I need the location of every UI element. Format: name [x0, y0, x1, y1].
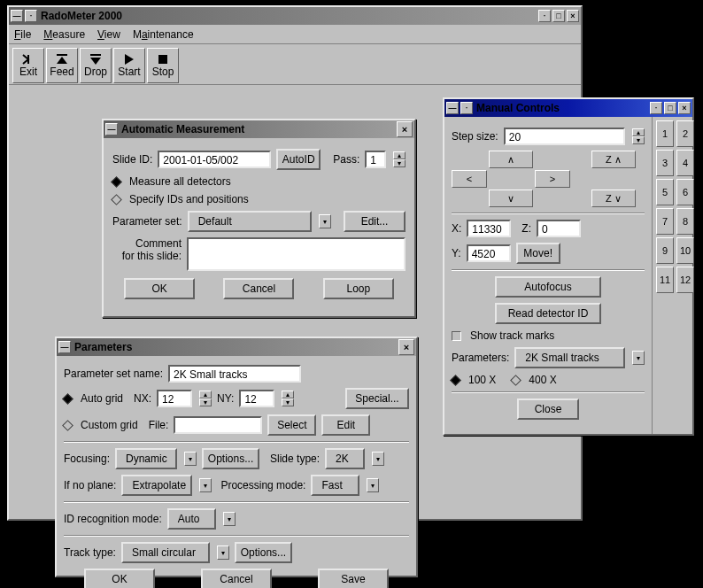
cancel-button[interactable]: Cancel [223, 278, 294, 299]
exit-button[interactable]: Exit [12, 48, 44, 83]
detector-cell-1[interactable]: 1 [656, 120, 674, 147]
chevron-down-icon[interactable]: ▾ [367, 478, 379, 492]
nx-down-icon[interactable]: ▾ [199, 398, 212, 406]
ok-button[interactable]: OK [124, 278, 195, 299]
ny-down-icon[interactable]: ▾ [282, 398, 294, 406]
loop-button[interactable]: Loop [323, 278, 394, 299]
ny-up-icon[interactable]: ▴ [282, 391, 294, 398]
main-titlebar[interactable]: — · RadoMeter 2000 · □ × [9, 7, 581, 25]
params-dropdown[interactable]: 2K Small tracks [514, 347, 625, 368]
drop-button[interactable]: Drop [80, 48, 112, 83]
detector-cell-7[interactable]: 7 [656, 208, 674, 235]
nx-up-icon[interactable]: ▴ [199, 391, 212, 398]
z-input[interactable]: 0 [537, 220, 581, 237]
window-menu-icon[interactable]: — [446, 102, 459, 114]
ny-input[interactable]: 12 [239, 390, 274, 407]
chevron-down-icon[interactable]: ▾ [199, 478, 212, 492]
edit-button[interactable]: Edit [321, 414, 370, 436]
feed-button[interactable]: Feed [46, 48, 78, 83]
nav-zdown-button[interactable]: Z ∨ [591, 190, 636, 207]
measure-all-radio[interactable]: Measure all detectors [112, 175, 406, 188]
nav-down-button[interactable]: ∨ [489, 190, 533, 207]
window-menu-icon[interactable]: — [58, 341, 71, 353]
restore-icon[interactable]: · [538, 10, 551, 22]
minimize-icon[interactable]: · [25, 10, 37, 22]
pass-down-icon[interactable]: ▾ [393, 159, 406, 167]
if-no-plane-dropdown[interactable]: Extrapolate [121, 475, 192, 496]
chevron-down-icon[interactable]: ▾ [319, 214, 331, 228]
window-menu-icon[interactable]: — [105, 123, 118, 135]
auto-titlebar[interactable]: — Automatic Measurement × [104, 120, 414, 138]
auto-grid-radio[interactable] [62, 393, 73, 405]
special-button[interactable]: Special... [345, 388, 409, 409]
detector-cell-10[interactable]: 10 [676, 237, 694, 264]
select-button[interactable]: Select [267, 414, 316, 436]
x-input[interactable]: 11330 [467, 220, 511, 237]
chevron-down-icon[interactable]: ▾ [223, 512, 236, 526]
detector-cell-4[interactable]: 4 [676, 150, 694, 176]
menu-view[interactable]: View [97, 28, 120, 41]
comment-input[interactable] [187, 237, 406, 271]
detector-cell-2[interactable]: 2 [676, 120, 694, 147]
move-button[interactable]: Move! [516, 243, 560, 264]
slide-type-dropdown[interactable]: 2K [325, 448, 365, 469]
track-type-dropdown[interactable]: Small circular [121, 542, 210, 563]
cancel-button[interactable]: Cancel [201, 569, 272, 588]
chevron-down-icon[interactable]: ▾ [372, 452, 384, 466]
custom-grid-radio[interactable] [62, 420, 73, 431]
menu-measure[interactable]: Measure [43, 28, 85, 41]
detector-cell-9[interactable]: 9 [656, 237, 674, 264]
maximize-icon[interactable]: □ [552, 10, 565, 22]
chevron-down-icon[interactable]: ▾ [632, 351, 645, 365]
ok-button[interactable]: OK [84, 569, 155, 588]
window-menu-icon[interactable]: — [11, 10, 23, 22]
stop-button[interactable]: Stop [147, 48, 179, 83]
pass-up-icon[interactable]: ▴ [393, 151, 406, 159]
menu-file[interactable]: File [14, 28, 31, 41]
close-icon[interactable]: × [678, 102, 691, 114]
manual-titlebar[interactable]: —· Manual Controls · □ × [444, 99, 692, 117]
options-button[interactable]: Options... [202, 448, 259, 469]
y-input[interactable]: 4520 [467, 244, 511, 262]
autoid-button[interactable]: AutoID [276, 149, 321, 170]
detector-cell-6[interactable]: 6 [676, 179, 694, 205]
nx-input[interactable]: 12 [157, 390, 192, 407]
save-button[interactable]: Save [318, 569, 389, 588]
restore-icon[interactable]: · [650, 102, 662, 114]
detector-cell-11[interactable]: 11 [656, 267, 674, 293]
close-icon[interactable]: × [397, 121, 413, 137]
step-input[interactable]: 20 [504, 128, 625, 145]
close-icon[interactable]: × [398, 339, 414, 355]
nav-left-button[interactable]: < [452, 170, 487, 188]
detector-cell-5[interactable]: 5 [656, 179, 674, 205]
start-button[interactable]: Start [113, 48, 145, 83]
focusing-dropdown[interactable]: Dynamic [115, 448, 177, 469]
slide-id-input[interactable]: 2001-01-05/002 [158, 151, 271, 168]
track-options-button[interactable]: Options... [235, 542, 292, 563]
mag400-radio[interactable] [510, 375, 521, 386]
menu-maintenance[interactable]: Maintenance [133, 28, 194, 41]
nav-up-button[interactable]: ∧ [489, 151, 533, 168]
maximize-icon[interactable]: □ [664, 102, 676, 114]
detector-cell-8[interactable]: 8 [676, 208, 694, 235]
specify-radio[interactable]: Specify IDs and positions [112, 193, 406, 205]
edit-button[interactable]: Edit... [344, 211, 406, 232]
param-name-input[interactable]: 2K Small tracks [168, 365, 301, 383]
file-input[interactable] [174, 416, 262, 434]
close-button[interactable]: Close [517, 398, 579, 420]
step-up-icon[interactable]: ▴ [632, 128, 645, 136]
pass-input[interactable]: 1 [365, 151, 386, 168]
close-icon[interactable]: × [567, 10, 579, 22]
pin-icon[interactable]: · [460, 102, 473, 114]
id-mode-dropdown[interactable]: Auto [167, 508, 216, 530]
read-id-button[interactable]: Read detector ID [495, 303, 601, 324]
autofocus-button[interactable]: Autofocus [495, 276, 601, 298]
detector-cell-12[interactable]: 12 [676, 267, 694, 293]
nav-right-button[interactable]: > [535, 170, 570, 188]
processing-dropdown[interactable]: Fast [311, 475, 359, 496]
show-marks-checkbox[interactable]: Show track marks [452, 329, 645, 342]
nav-zup-button[interactable]: Z ∧ [591, 151, 636, 168]
param-set-dropdown[interactable]: Default [188, 211, 312, 232]
params-titlebar[interactable]: — Parameters × [57, 338, 416, 356]
chevron-down-icon[interactable]: ▾ [184, 452, 197, 466]
